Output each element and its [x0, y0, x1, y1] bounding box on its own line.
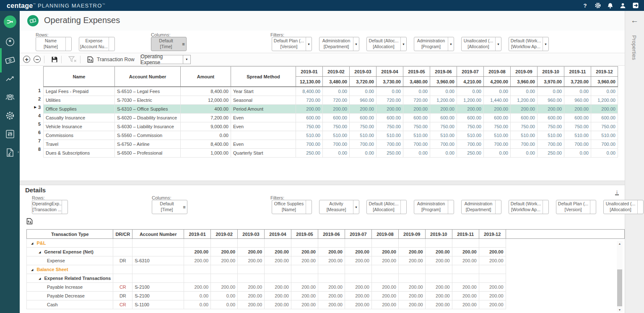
month-cell[interactable]: 200.00	[323, 105, 350, 114]
month-cell[interactable]: 200.00	[377, 105, 403, 114]
month-cell[interactable]: 510.00	[377, 131, 403, 140]
transaction-type-cell[interactable]: ◢ P&L	[27, 239, 113, 248]
month-cell[interactable]: 200.00	[296, 105, 323, 114]
pivot-field-handle[interactable]: ▼ ≡	[182, 200, 187, 214]
chevron-down-icon[interactable]: ▼	[183, 55, 191, 64]
scroll-up-icon[interactable]: ▲	[617, 241, 623, 246]
row-number[interactable]: ▶ 1	[27, 86, 43, 95]
month-cell[interactable]: 0.00	[430, 149, 457, 158]
nav-analytics[interactable]	[0, 70, 20, 88]
month-cell[interactable]: 200.00	[538, 105, 564, 114]
filter-chip-handle[interactable]: ▼ ≡	[353, 200, 359, 214]
transaction-type-cell[interactable]: ◢ Cash	[27, 300, 113, 309]
filter-chip-handle[interactable]: ▼ ≡	[448, 37, 454, 51]
month-cell[interactable]: 0.00	[484, 87, 511, 96]
filter-chip-handle[interactable]: ▼ ≡	[306, 37, 312, 51]
month-cell[interactable]: 0.00	[484, 149, 511, 158]
month-cell[interactable]: 0.00	[350, 87, 377, 96]
month-cell[interactable]: 0.00	[591, 87, 618, 96]
month-cell[interactable]: 750.00	[323, 122, 350, 131]
filter-chip-handle[interactable]: ▼ ≡	[543, 37, 548, 51]
month-cell[interactable]: 720.00	[323, 96, 350, 105]
month-cell[interactable]: 0.00	[564, 149, 591, 158]
row-number[interactable]: ▶ 5	[27, 120, 43, 128]
filter-chip-handle[interactable]: ▼ ≡	[448, 200, 454, 214]
month-cell[interactable]: 1,200.00	[511, 96, 538, 105]
month-cell[interactable]: 200.00	[457, 105, 484, 114]
filter-chip-handle[interactable]: ▼ ≡	[306, 200, 312, 214]
filter-chip-handle[interactable]: ▼ ≡	[495, 37, 501, 51]
month-cell[interactable]: 750.00	[350, 122, 377, 131]
month-cell[interactable]: 0.00	[430, 87, 457, 96]
month-cell[interactable]: 600.00	[296, 114, 323, 122]
amount-cell[interactable]: 400.00	[181, 105, 231, 114]
collapse-icon[interactable]: ◢	[31, 268, 33, 271]
filter-chip-handle[interactable]: ▼ ≡	[590, 200, 596, 214]
month-cell[interactable]: 1,200.00	[457, 96, 484, 105]
filter-chip[interactable]: Default (Work... [Workflow Ap... ▼ ≡	[509, 200, 549, 214]
logout-icon[interactable]	[632, 2, 639, 9]
pivot-field-handle[interactable]: ▼ ≡	[62, 200, 68, 214]
transaction-type-cell[interactable]: ◢ Balance Sheet	[27, 265, 113, 274]
scrollbar-thumb[interactable]	[617, 269, 622, 306]
month-cell[interactable]: 0.00	[511, 149, 538, 158]
account-cell[interactable]: S-7030 – Electric	[115, 96, 181, 105]
month-cell[interactable]: 510.00	[564, 131, 591, 140]
pivot-field-chip[interactable]: Default [Time] ▼ ≡	[152, 200, 187, 214]
month-cell[interactable]: 750.00	[430, 122, 457, 131]
spread-method-cell[interactable]: Year Start	[231, 87, 296, 96]
name-cell[interactable]: Legal Fees - Prepaid	[44, 87, 115, 96]
collapse-icon[interactable]: ◢	[39, 277, 41, 280]
filter-chip-handle[interactable]: ▼ ≡	[637, 200, 643, 214]
month-cell[interactable]: 700.00	[323, 140, 350, 149]
name-cell[interactable]: Travel	[44, 140, 115, 149]
help-icon[interactable]: ?	[582, 2, 589, 9]
row-type-select[interactable]: Operating Expense ▼	[140, 55, 191, 64]
name-cell[interactable]: Office Supplies	[44, 105, 115, 114]
month-cell[interactable]: 720.00	[403, 96, 430, 105]
month-cell[interactable]: 700.00	[484, 140, 511, 149]
account-cell[interactable]: S-6020 – Disability Insurance	[115, 114, 181, 122]
month-cell[interactable]: 0.00	[511, 87, 538, 96]
nav-logo[interactable]	[0, 11, 20, 33]
month-cell[interactable]: 960.00	[564, 96, 591, 105]
month-cell[interactable]: 700.00	[377, 140, 403, 149]
month-cell[interactable]: 510.00	[484, 131, 511, 140]
transaction-type-cell[interactable]: ◢ Payable Increase	[27, 283, 113, 292]
month-cell[interactable]: 700.00	[511, 140, 538, 149]
month-cell[interactable]: 600.00	[323, 114, 350, 122]
filter-chip[interactable]: Default (Alloc... [Allocation] ▼ ≡	[366, 200, 407, 214]
filter-chip[interactable]: Administration [Program] ▼ ≡	[414, 37, 454, 51]
name-cell[interactable]: Vehicle Insurance	[44, 122, 115, 131]
filter-chip-handle[interactable]: ▼ ≡	[353, 37, 359, 51]
filter-chip[interactable]: Unallocated (... [Allocation] ▼ ≡	[603, 200, 644, 214]
filter-chip-handle[interactable]: ▼ ≡	[400, 37, 406, 51]
month-cell[interactable]: 510.00	[323, 131, 350, 140]
chevron-right-icon[interactable]: ›	[18, 150, 19, 154]
account-cell[interactable]: S-5560 – Commission	[115, 131, 181, 140]
nav-expenses[interactable]	[0, 51, 20, 70]
month-cell[interactable]: 510.00	[591, 131, 618, 140]
month-cell[interactable]: 600.00	[403, 114, 430, 122]
month-cell[interactable]: 720.00	[296, 96, 323, 105]
nav-drivers[interactable]	[0, 125, 20, 143]
month-cell[interactable]: 700.00	[403, 140, 430, 149]
notifications-bell-icon[interactable]	[607, 2, 614, 9]
month-cell[interactable]: 200.00	[350, 105, 377, 114]
spread-method-cell[interactable]: Even	[231, 122, 296, 131]
month-cell[interactable]: 200.00	[591, 105, 618, 114]
pivot-field-handle[interactable]: ▼ ≡	[181, 37, 186, 51]
expense-row[interactable]: Legal Fees - Prepaid S-6510 – Legal Fees…	[44, 87, 618, 96]
amount-cell[interactable]: 8,400.00	[181, 87, 231, 96]
month-cell[interactable]: 0.00	[457, 87, 484, 96]
filter-chip[interactable]: Administration [Department] ▼ ≡	[461, 200, 501, 214]
month-cell[interactable]: 600.00	[377, 114, 403, 122]
transaction-type-cell[interactable]: ◢ Payable Decrease	[27, 292, 113, 300]
row-number[interactable]: ▶ 6	[27, 128, 43, 137]
save-button[interactable]	[51, 56, 58, 63]
pivot-field-handle[interactable]: ▼ ≡	[65, 37, 71, 51]
scroll-down-icon[interactable]: ▼	[617, 307, 623, 312]
filter-chip-handle[interactable]: ▼ ≡	[543, 200, 548, 214]
transaction-type-cell[interactable]: ◢ General Expense (Net)	[27, 248, 113, 256]
month-cell[interactable]: 750.00	[377, 122, 403, 131]
